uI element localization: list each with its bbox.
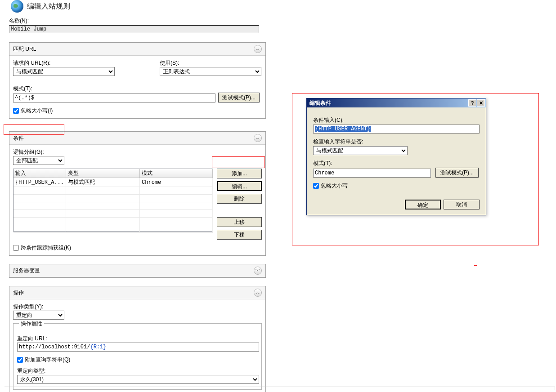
name-input[interactable] bbox=[9, 25, 259, 33]
add-condition-button[interactable]: 添加... bbox=[217, 169, 262, 178]
pattern-input[interactable] bbox=[13, 94, 215, 102]
server-vars-title: 服务器变量 bbox=[13, 267, 40, 275]
ignore-case-checkbox[interactable] bbox=[13, 108, 19, 114]
dlg-test-pattern-button[interactable]: 测试模式(P)... bbox=[435, 168, 479, 178]
track-capture-checkbox[interactable] bbox=[13, 245, 19, 251]
table-row bbox=[13, 225, 213, 233]
track-capture-label: 跨条件跟踪捕获组(K) bbox=[21, 244, 71, 252]
table-row[interactable]: {HTTP_USER_A... 与模式匹配 Chrome bbox=[13, 178, 213, 187]
col-input[interactable]: 输入 bbox=[13, 169, 66, 178]
using-select[interactable]: 正则表达式 bbox=[160, 67, 261, 76]
help-icon[interactable]: ? bbox=[468, 99, 476, 107]
action-type-select[interactable]: 重定向 bbox=[13, 311, 64, 320]
action-type-label: 操作类型(Y): bbox=[13, 303, 262, 311]
logic-label: 逻辑分组(G): bbox=[13, 148, 262, 156]
table-row bbox=[13, 218, 213, 225]
ok-button[interactable]: 确定 bbox=[405, 200, 441, 209]
expand-server-vars[interactable]: ﹀ bbox=[254, 267, 262, 275]
move-down-button[interactable]: 下移 bbox=[217, 230, 262, 240]
dialog-title: 编辑条件 bbox=[309, 99, 331, 107]
globe-icon bbox=[11, 0, 23, 13]
dlg-pattern-label: 模式(T): bbox=[313, 160, 480, 167]
requested-url-label: 请求的 URL(R): bbox=[13, 59, 115, 67]
action-group: 操作 ︿ 操作类型(Y): 重定向 操作属性 重定向 URL: http://l… bbox=[9, 286, 266, 392]
server-vars-group: 服务器变量 ﹀ bbox=[9, 264, 266, 278]
dlg-ignore-case-label: 忽略大小写 bbox=[321, 182, 348, 190]
page-title: 编辑入站规则 bbox=[27, 2, 70, 11]
cancel-button[interactable]: 取消 bbox=[444, 200, 480, 209]
ignore-case-label: 忽略大小写(I) bbox=[21, 107, 53, 115]
dlg-pattern-input[interactable] bbox=[313, 169, 431, 178]
test-pattern-button[interactable]: 测试模式(P)... bbox=[218, 93, 260, 102]
collapse-action[interactable]: ︿ bbox=[254, 289, 262, 297]
collapse-conditions[interactable]: ︿ bbox=[254, 134, 262, 142]
col-type[interactable]: 类型 bbox=[66, 169, 140, 178]
delete-condition-button[interactable]: 删除 bbox=[217, 194, 262, 204]
condition-input[interactable]: {HTTP_USER_AGENT} bbox=[313, 125, 480, 134]
collapse-match-url[interactable]: ︿ bbox=[254, 45, 262, 53]
edit-condition-dialog: 编辑条件 ? ✕ 条件输入(C): {HTTP_USER_AGENT} 检查输入… bbox=[306, 98, 486, 215]
red-dash bbox=[474, 265, 477, 266]
conditions-title: 条件 bbox=[13, 134, 24, 142]
table-row bbox=[13, 202, 213, 210]
dlg-check-label: 检查输入字符串是否: bbox=[313, 138, 480, 146]
match-url-group: 匹配 URL ︿ 请求的 URL(R): 与模式匹配 使用(S): 正则表达式 bbox=[9, 42, 266, 119]
table-row bbox=[13, 187, 213, 195]
check-select[interactable]: 与模式匹配 bbox=[313, 146, 408, 155]
using-label: 使用(S): bbox=[160, 59, 261, 67]
redirect-url-input[interactable]: http://localhost:9101/{R:1} bbox=[17, 343, 259, 352]
dlg-ignore-case-checkbox[interactable] bbox=[313, 183, 319, 189]
window-border bbox=[4, 387, 555, 390]
move-up-button[interactable]: 上移 bbox=[217, 217, 262, 227]
match-url-title: 匹配 URL bbox=[13, 45, 36, 53]
table-row bbox=[13, 210, 213, 218]
conditions-table[interactable]: 输入 类型 模式 {HTTP_USER_A... 与模式匹配 Chrome bbox=[13, 169, 213, 232]
redirect-type-label: 重定向类型: bbox=[17, 367, 258, 375]
action-title: 操作 bbox=[13, 289, 24, 297]
conditions-group: 条件 ︿ 逻辑分组(G): 全部匹配 输入 类型 模式 bbox=[9, 131, 266, 256]
close-icon[interactable]: ✕ bbox=[477, 99, 485, 107]
logic-select[interactable]: 全部匹配 bbox=[13, 156, 64, 165]
action-props-legend: 操作属性 bbox=[19, 320, 44, 328]
col-pattern[interactable]: 模式 bbox=[140, 169, 213, 178]
redirect-type-select[interactable]: 永久(301) bbox=[17, 375, 259, 384]
table-row bbox=[13, 195, 213, 202]
append-query-checkbox[interactable] bbox=[17, 357, 23, 363]
name-label: 名称(N): bbox=[9, 17, 268, 25]
append-query-label: 附加查询字符串(Q) bbox=[25, 356, 70, 364]
edit-condition-button[interactable]: 编辑... bbox=[217, 181, 262, 191]
requested-url-select[interactable]: 与模式匹配 bbox=[13, 67, 115, 76]
dlg-input-label: 条件输入(C): bbox=[313, 116, 480, 124]
redirect-url-label: 重定向 URL: bbox=[17, 335, 258, 343]
pattern-label: 模式(T): bbox=[13, 85, 262, 93]
